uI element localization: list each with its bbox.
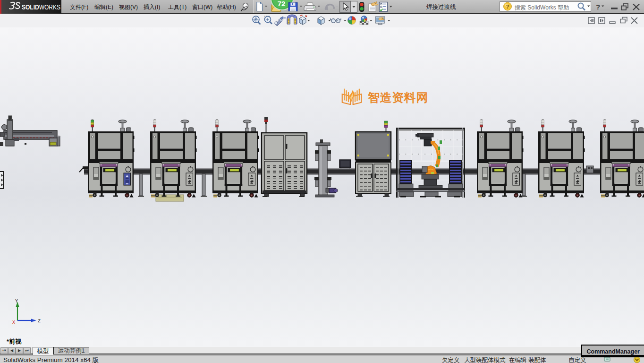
svg-text:?: ?	[506, 4, 509, 9]
svg-text:SOLIDWORKS: SOLIDWORKS	[22, 3, 60, 11]
svg-text:Y: Y	[15, 299, 18, 304]
svg-text:72: 72	[278, 0, 286, 8]
svg-text:Z: Z	[38, 319, 41, 324]
svg-text:X: X	[12, 320, 15, 325]
svg-text:?: ?	[596, 3, 600, 11]
